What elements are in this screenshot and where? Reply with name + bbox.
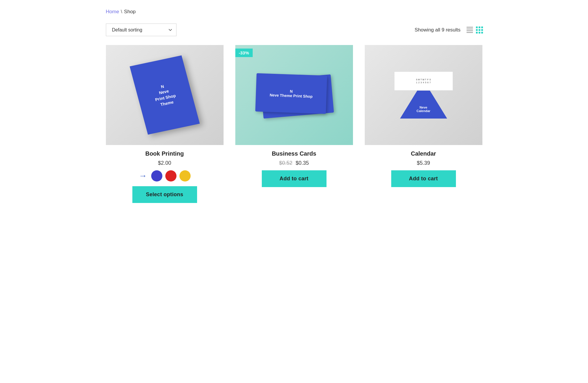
shop-header: Default sorting Sort by popularity Sort …: [106, 24, 482, 36]
swatch-red[interactable]: [165, 170, 176, 181]
view-toggle: [467, 26, 482, 34]
product-card-book-printing: NNevePrint ShopTheme Book Printing $2.00…: [106, 45, 224, 203]
price-original-business-cards: $0.52: [279, 160, 292, 166]
price-current-book-printing: $2.00: [158, 160, 171, 166]
product-name-book-printing: Book Printing: [145, 150, 184, 157]
breadcrumb-home[interactable]: Home: [106, 9, 119, 15]
product-price-book-printing: $2.00: [158, 160, 171, 166]
products-grid: NNevePrint ShopTheme Book Printing $2.00…: [106, 45, 482, 203]
product-price-business-cards: $0.52 $0.35: [279, 160, 309, 166]
product-card-business-cards: NNeve Theme Print Shop NNeve Theme Print…: [235, 45, 353, 203]
breadcrumb-separator: \: [121, 9, 122, 15]
list-view-icon[interactable]: [467, 27, 473, 33]
grid-view-icon[interactable]: [476, 26, 482, 34]
results-count: Showing all 9 results: [415, 27, 461, 33]
product-name-business-cards: Business Cards: [272, 150, 316, 157]
add-to-cart-button-business-cards[interactable]: Add to cart: [262, 170, 327, 187]
sort-select[interactable]: Default sorting Sort by popularity Sort …: [106, 24, 176, 36]
swatch-blue[interactable]: [151, 170, 162, 181]
price-sale-business-cards: $0.35: [296, 160, 309, 166]
breadcrumb-current: Shop: [124, 9, 136, 15]
swatch-yellow[interactable]: [179, 170, 191, 181]
product-name-calendar: Calendar: [411, 150, 436, 157]
arrow-icon: →: [139, 171, 147, 181]
breadcrumb: Home \ Shop: [106, 9, 482, 15]
price-current-calendar: $5.39: [417, 160, 430, 166]
select-options-button[interactable]: Select options: [132, 186, 197, 203]
color-swatches-book-printing: →: [139, 170, 191, 181]
product-card-calendar: SMTWTFS 1234567 NeveCalendar Calendar: [365, 45, 482, 203]
product-image-business-cards: NNeve Theme Print Shop NNeve Theme Print…: [235, 45, 353, 145]
discount-badge-business-cards: -33%: [235, 49, 253, 57]
product-price-calendar: $5.39: [417, 160, 430, 166]
add-to-cart-button-calendar[interactable]: Add to cart: [391, 170, 456, 187]
product-image-book-printing: NNevePrint ShopTheme: [106, 45, 224, 145]
product-image-calendar: SMTWTFS 1234567 NeveCalendar: [365, 45, 482, 145]
header-right: Showing all 9 results: [415, 26, 482, 34]
